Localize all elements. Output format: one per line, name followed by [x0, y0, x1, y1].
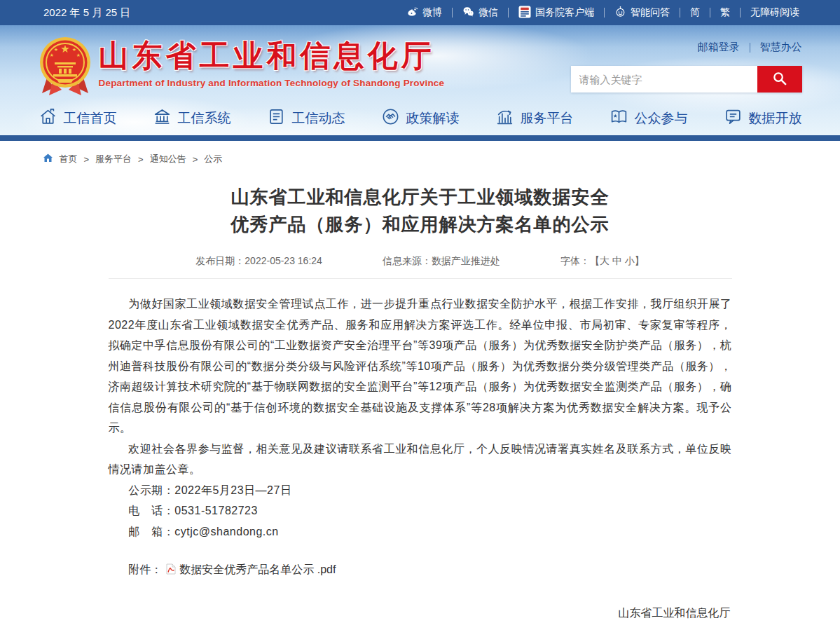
- attachment-link[interactable]: 数据安全优秀产品名单公示 .pdf: [162, 563, 336, 577]
- breadcrumb-separator: >: [84, 154, 90, 165]
- svg-text:★: ★: [60, 43, 69, 55]
- font-size-label: 字体：: [560, 255, 590, 266]
- site-title: 山东省工业和信息化厅: [99, 36, 445, 75]
- svg-text:★: ★: [76, 53, 80, 57]
- nav-item-home[interactable]: 工信首页: [39, 107, 117, 129]
- divider: [710, 8, 710, 18]
- nav-item-news[interactable]: 工信动态: [267, 107, 345, 129]
- search-icon: [771, 70, 787, 88]
- notice-period-line: 公示期：2022年5月23日—27日: [109, 480, 732, 501]
- phone-line: 电 话：0531-51782723: [109, 500, 732, 521]
- attachment-label: 附件：: [128, 563, 162, 577]
- breadcrumb-home-icon: [43, 153, 53, 165]
- article: 山东省工业和信息化厅关于工业领域数据安全 优秀产品（服务）和应用解决方案名单的公…: [109, 168, 732, 623]
- top-utility-bar: 2022 年 5 月 25 日 微博 微信 国务院客户端 智能: [0, 0, 840, 25]
- breadcrumb-item-home[interactable]: 首页: [60, 153, 78, 165]
- book-star-icon: [610, 107, 628, 129]
- robot-icon: [614, 6, 626, 20]
- wechat-link[interactable]: 微信: [462, 6, 498, 20]
- accessibility-label: 无障碍阅读: [750, 6, 799, 19]
- mail-login-link[interactable]: 邮箱登录: [698, 41, 740, 54]
- breadcrumb-item-current[interactable]: 公示: [204, 153, 222, 165]
- home-icon: [39, 107, 57, 129]
- search-button[interactable]: [757, 66, 802, 93]
- svg-text:★: ★: [71, 47, 76, 52]
- nav-label: 工信首页: [64, 109, 117, 128]
- email-line: 邮 箱：cytjc@shandong.cn: [109, 521, 732, 542]
- weibo-label: 微博: [422, 6, 442, 19]
- signature-block: 山东省工业和信息化厅 2022年5月23日: [109, 603, 732, 623]
- attachment-row: 附件： 数据安全优秀产品名单公示 .pdf: [109, 563, 732, 577]
- breadcrumb-separator: >: [193, 154, 198, 165]
- publish-date: 发布日期：2022-05-23 16:24: [195, 255, 322, 268]
- nav-item-service-platform[interactable]: 服务平台: [495, 107, 574, 129]
- font-size-control: 字体：【大 中 小】: [560, 255, 645, 268]
- divider: [740, 8, 741, 18]
- article-title-line2: 优秀产品（服务）和应用解决方案名单的公示: [231, 214, 610, 235]
- wechat-label: 微信: [478, 6, 498, 19]
- gov-client-icon: [518, 6, 531, 20]
- site-subtitle: Department of Industry and Information T…: [99, 78, 445, 88]
- gov-client-link[interactable]: 国务院客户端: [518, 6, 594, 20]
- nav-label: 政策解读: [406, 109, 460, 128]
- breadcrumb-item-notices[interactable]: 通知公告: [150, 153, 186, 165]
- svg-text:★: ★: [49, 53, 53, 57]
- nav-item-public-participation[interactable]: 公众参与: [610, 107, 688, 129]
- divider: [750, 43, 750, 53]
- article-title: 山东省工业和信息化厅关于工业领域数据安全 优秀产品（服务）和应用解决方案名单的公…: [109, 184, 732, 238]
- current-date: 2022 年 5 月 25 日: [43, 6, 130, 20]
- chat-icon: [724, 107, 743, 129]
- smart-qa-link[interactable]: 智能问答: [614, 6, 670, 20]
- divider: [452, 8, 453, 18]
- smart-office-link[interactable]: 智慧办公: [760, 41, 802, 54]
- national-emblem-icon: ★ ★ ★ ★ ★: [39, 36, 92, 100]
- bank-icon: [153, 107, 172, 129]
- attachment-filename: 数据安全优秀产品名单公示 .pdf: [179, 563, 336, 577]
- handshake-icon: [381, 107, 400, 129]
- article-meta: 发布日期：2022-05-23 16:24 信息来源：数据产业推进处 字体：【大…: [109, 255, 732, 279]
- nav-item-system[interactable]: 工信系统: [153, 107, 231, 129]
- nav-label: 公众参与: [635, 109, 688, 128]
- svg-text:★: ★: [53, 47, 57, 52]
- traditional-label: 繁: [720, 6, 730, 19]
- weibo-icon: [406, 6, 418, 20]
- traditional-chinese-toggle[interactable]: 繁: [720, 6, 730, 19]
- paragraph-1: 为做好国家工业领域数据安全管理试点工作，进一步提升重点行业数据安全防护水平，根据…: [109, 294, 732, 439]
- divider: [508, 8, 509, 18]
- chart-icon: [495, 107, 514, 129]
- pdf-icon: [166, 563, 176, 577]
- gov-client-label: 国务院客户端: [535, 6, 594, 19]
- divider: [680, 8, 680, 18]
- news-icon: [267, 107, 286, 129]
- site-logo[interactable]: ★ ★ ★ ★ ★ 山东省工业和信息化厅 Department of Indus…: [39, 25, 445, 100]
- nav-item-policy[interactable]: 政策解读: [381, 107, 460, 129]
- nav-item-open-data[interactable]: 数据开放: [724, 107, 802, 129]
- nav-label: 工信动态: [292, 109, 345, 128]
- breadcrumb: 首页>服务平台>通知公告>公示: [39, 141, 802, 168]
- nav-label: 服务平台: [521, 109, 574, 128]
- nav-label: 数据开放: [749, 109, 802, 128]
- page-content: 首页>服务平台>通知公告>公示 山东省工业和信息化厅关于工业领域数据安全 优秀产…: [0, 141, 840, 623]
- nav-label: 工信系统: [178, 109, 231, 128]
- breadcrumb-separator: >: [138, 154, 144, 165]
- masthead: ★ ★ ★ ★ ★ 山东省工业和信息化厅 Department of Indus…: [0, 25, 840, 135]
- font-size-options[interactable]: 【大 中 小】: [590, 255, 645, 266]
- main-navigation: 工信首页 工信系统 工信动态 政策解读 服务平台: [39, 100, 802, 136]
- signature-org: 山东省工业和信息化厅: [109, 603, 731, 623]
- search-input[interactable]: [571, 66, 757, 93]
- divider: [604, 8, 605, 18]
- quick-links: 邮箱登录 智慧办公: [571, 41, 802, 54]
- smart-qa-label: 智能问答: [631, 6, 670, 19]
- simplified-chinese-toggle[interactable]: 简: [690, 6, 700, 19]
- article-title-line1: 山东省工业和信息化厅关于工业领域数据安全: [231, 186, 610, 207]
- info-source: 信息来源：数据产业推进处: [383, 255, 500, 268]
- article-body: 为做好国家工业领域数据安全管理试点工作，进一步提升重点行业数据安全防护水平，根据…: [109, 294, 732, 542]
- weibo-link[interactable]: 微博: [406, 6, 442, 20]
- topbar-links: 微博 微信 国务院客户端 智能问答 简 繁: [406, 6, 799, 20]
- simplified-label: 简: [690, 6, 700, 19]
- nav-divider-strip: [0, 135, 840, 141]
- accessibility-link[interactable]: 无障碍阅读: [750, 6, 799, 19]
- search-bar: [571, 66, 802, 93]
- paragraph-2: 欢迎社会各界参与监督，相关意见及建议请联系省工业和信息化厅，个人反映情况请署真实…: [109, 439, 732, 480]
- breadcrumb-item-service[interactable]: 服务平台: [95, 153, 132, 165]
